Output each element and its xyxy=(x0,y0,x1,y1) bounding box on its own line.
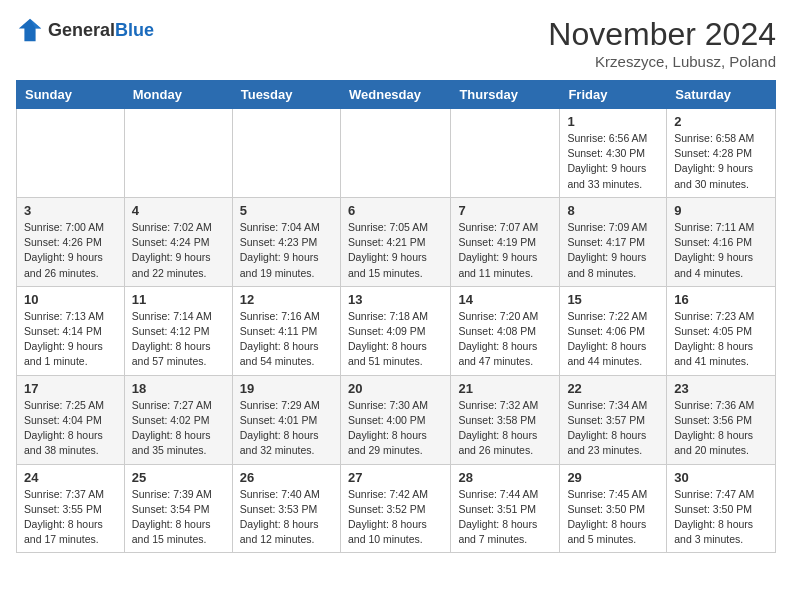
day-number: 1 xyxy=(567,114,659,129)
day-info: Sunrise: 7:14 AM Sunset: 4:12 PM Dayligh… xyxy=(132,309,225,370)
day-number: 7 xyxy=(458,203,552,218)
day-info: Sunrise: 7:36 AM Sunset: 3:56 PM Dayligh… xyxy=(674,398,768,459)
calendar-cell: 10Sunrise: 7:13 AM Sunset: 4:14 PM Dayli… xyxy=(17,286,125,375)
day-number: 8 xyxy=(567,203,659,218)
day-info: Sunrise: 7:20 AM Sunset: 4:08 PM Dayligh… xyxy=(458,309,552,370)
header-friday: Friday xyxy=(560,81,667,109)
calendar-cell: 24Sunrise: 7:37 AM Sunset: 3:55 PM Dayli… xyxy=(17,464,125,553)
calendar-cell: 29Sunrise: 7:45 AM Sunset: 3:50 PM Dayli… xyxy=(560,464,667,553)
day-number: 19 xyxy=(240,381,333,396)
calendar-week-row: 17Sunrise: 7:25 AM Sunset: 4:04 PM Dayli… xyxy=(17,375,776,464)
day-number: 15 xyxy=(567,292,659,307)
day-number: 9 xyxy=(674,203,768,218)
calendar-cell: 27Sunrise: 7:42 AM Sunset: 3:52 PM Dayli… xyxy=(340,464,450,553)
calendar-cell: 5Sunrise: 7:04 AM Sunset: 4:23 PM Daylig… xyxy=(232,197,340,286)
day-info: Sunrise: 7:42 AM Sunset: 3:52 PM Dayligh… xyxy=(348,487,443,548)
day-info: Sunrise: 7:23 AM Sunset: 4:05 PM Dayligh… xyxy=(674,309,768,370)
day-info: Sunrise: 7:40 AM Sunset: 3:53 PM Dayligh… xyxy=(240,487,333,548)
calendar-cell xyxy=(340,109,450,198)
day-info: Sunrise: 7:22 AM Sunset: 4:06 PM Dayligh… xyxy=(567,309,659,370)
calendar-cell: 3Sunrise: 7:00 AM Sunset: 4:26 PM Daylig… xyxy=(17,197,125,286)
day-number: 12 xyxy=(240,292,333,307)
day-number: 13 xyxy=(348,292,443,307)
header-monday: Monday xyxy=(124,81,232,109)
day-info: Sunrise: 7:25 AM Sunset: 4:04 PM Dayligh… xyxy=(24,398,117,459)
day-number: 25 xyxy=(132,470,225,485)
header-thursday: Thursday xyxy=(451,81,560,109)
day-info: Sunrise: 7:45 AM Sunset: 3:50 PM Dayligh… xyxy=(567,487,659,548)
day-info: Sunrise: 7:16 AM Sunset: 4:11 PM Dayligh… xyxy=(240,309,333,370)
calendar-cell: 23Sunrise: 7:36 AM Sunset: 3:56 PM Dayli… xyxy=(667,375,776,464)
day-info: Sunrise: 7:29 AM Sunset: 4:01 PM Dayligh… xyxy=(240,398,333,459)
day-info: Sunrise: 7:11 AM Sunset: 4:16 PM Dayligh… xyxy=(674,220,768,281)
calendar-cell: 1Sunrise: 6:56 AM Sunset: 4:30 PM Daylig… xyxy=(560,109,667,198)
day-info: Sunrise: 6:58 AM Sunset: 4:28 PM Dayligh… xyxy=(674,131,768,192)
logo-general: General xyxy=(48,20,115,40)
calendar-cell xyxy=(124,109,232,198)
calendar-week-row: 24Sunrise: 7:37 AM Sunset: 3:55 PM Dayli… xyxy=(17,464,776,553)
calendar-cell: 8Sunrise: 7:09 AM Sunset: 4:17 PM Daylig… xyxy=(560,197,667,286)
calendar-cell: 15Sunrise: 7:22 AM Sunset: 4:06 PM Dayli… xyxy=(560,286,667,375)
calendar-cell: 28Sunrise: 7:44 AM Sunset: 3:51 PM Dayli… xyxy=(451,464,560,553)
day-info: Sunrise: 7:44 AM Sunset: 3:51 PM Dayligh… xyxy=(458,487,552,548)
day-info: Sunrise: 7:13 AM Sunset: 4:14 PM Dayligh… xyxy=(24,309,117,370)
day-number: 14 xyxy=(458,292,552,307)
calendar-cell xyxy=(232,109,340,198)
day-info: Sunrise: 7:30 AM Sunset: 4:00 PM Dayligh… xyxy=(348,398,443,459)
day-number: 10 xyxy=(24,292,117,307)
day-info: Sunrise: 7:00 AM Sunset: 4:26 PM Dayligh… xyxy=(24,220,117,281)
day-number: 30 xyxy=(674,470,768,485)
day-number: 4 xyxy=(132,203,225,218)
day-number: 18 xyxy=(132,381,225,396)
day-number: 26 xyxy=(240,470,333,485)
calendar-cell: 20Sunrise: 7:30 AM Sunset: 4:00 PM Dayli… xyxy=(340,375,450,464)
day-info: Sunrise: 7:02 AM Sunset: 4:24 PM Dayligh… xyxy=(132,220,225,281)
svg-marker-0 xyxy=(19,19,41,41)
calendar-cell xyxy=(17,109,125,198)
day-info: Sunrise: 7:07 AM Sunset: 4:19 PM Dayligh… xyxy=(458,220,552,281)
day-number: 16 xyxy=(674,292,768,307)
calendar-cell: 14Sunrise: 7:20 AM Sunset: 4:08 PM Dayli… xyxy=(451,286,560,375)
calendar-cell: 22Sunrise: 7:34 AM Sunset: 3:57 PM Dayli… xyxy=(560,375,667,464)
day-info: Sunrise: 7:39 AM Sunset: 3:54 PM Dayligh… xyxy=(132,487,225,548)
calendar-table: Sunday Monday Tuesday Wednesday Thursday… xyxy=(16,80,776,553)
day-info: Sunrise: 7:18 AM Sunset: 4:09 PM Dayligh… xyxy=(348,309,443,370)
logo: GeneralBlue xyxy=(16,16,154,44)
day-number: 21 xyxy=(458,381,552,396)
day-number: 24 xyxy=(24,470,117,485)
day-number: 2 xyxy=(674,114,768,129)
day-info: Sunrise: 7:04 AM Sunset: 4:23 PM Dayligh… xyxy=(240,220,333,281)
day-number: 6 xyxy=(348,203,443,218)
calendar-cell: 13Sunrise: 7:18 AM Sunset: 4:09 PM Dayli… xyxy=(340,286,450,375)
day-number: 3 xyxy=(24,203,117,218)
day-number: 22 xyxy=(567,381,659,396)
day-number: 28 xyxy=(458,470,552,485)
day-info: Sunrise: 7:34 AM Sunset: 3:57 PM Dayligh… xyxy=(567,398,659,459)
day-info: Sunrise: 7:05 AM Sunset: 4:21 PM Dayligh… xyxy=(348,220,443,281)
calendar-cell: 16Sunrise: 7:23 AM Sunset: 4:05 PM Dayli… xyxy=(667,286,776,375)
calendar-cell: 25Sunrise: 7:39 AM Sunset: 3:54 PM Dayli… xyxy=(124,464,232,553)
calendar-cell: 18Sunrise: 7:27 AM Sunset: 4:02 PM Dayli… xyxy=(124,375,232,464)
header-wednesday: Wednesday xyxy=(340,81,450,109)
calendar-cell: 4Sunrise: 7:02 AM Sunset: 4:24 PM Daylig… xyxy=(124,197,232,286)
day-info: Sunrise: 6:56 AM Sunset: 4:30 PM Dayligh… xyxy=(567,131,659,192)
calendar-week-row: 3Sunrise: 7:00 AM Sunset: 4:26 PM Daylig… xyxy=(17,197,776,286)
calendar-header-row: Sunday Monday Tuesday Wednesday Thursday… xyxy=(17,81,776,109)
day-info: Sunrise: 7:37 AM Sunset: 3:55 PM Dayligh… xyxy=(24,487,117,548)
logo-icon xyxy=(16,16,44,44)
calendar-week-row: 10Sunrise: 7:13 AM Sunset: 4:14 PM Dayli… xyxy=(17,286,776,375)
logo-blue: Blue xyxy=(115,20,154,40)
month-title: November 2024 xyxy=(548,16,776,53)
page-header: GeneralBlue November 2024 Krzeszyce, Lub… xyxy=(16,16,776,70)
location-subtitle: Krzeszyce, Lubusz, Poland xyxy=(548,53,776,70)
calendar-week-row: 1Sunrise: 6:56 AM Sunset: 4:30 PM Daylig… xyxy=(17,109,776,198)
calendar-cell: 9Sunrise: 7:11 AM Sunset: 4:16 PM Daylig… xyxy=(667,197,776,286)
day-number: 29 xyxy=(567,470,659,485)
calendar-cell: 12Sunrise: 7:16 AM Sunset: 4:11 PM Dayli… xyxy=(232,286,340,375)
day-number: 11 xyxy=(132,292,225,307)
calendar-body: 1Sunrise: 6:56 AM Sunset: 4:30 PM Daylig… xyxy=(17,109,776,553)
calendar-cell xyxy=(451,109,560,198)
day-number: 23 xyxy=(674,381,768,396)
calendar-cell: 19Sunrise: 7:29 AM Sunset: 4:01 PM Dayli… xyxy=(232,375,340,464)
calendar-cell: 6Sunrise: 7:05 AM Sunset: 4:21 PM Daylig… xyxy=(340,197,450,286)
